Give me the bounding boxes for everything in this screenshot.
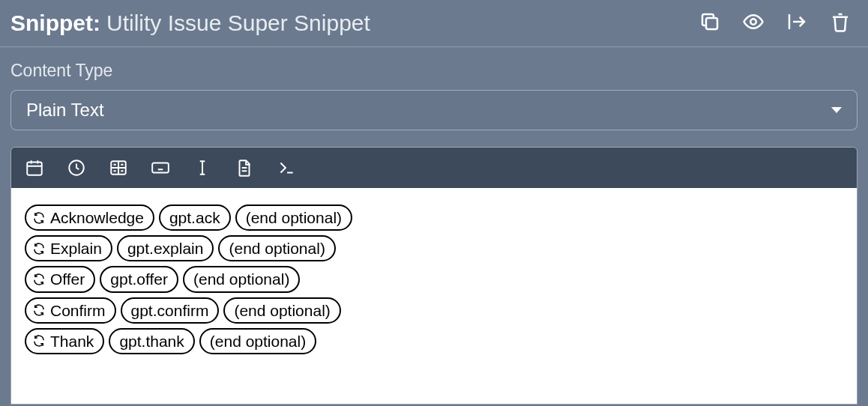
content-type-section: Content Type Plain Text — [0, 47, 868, 130]
refresh-icon — [32, 211, 46, 225]
editor-content[interactable]: Acknowledge gpt.ack (end optional) Expla… — [11, 188, 857, 404]
optional-end-pill[interactable]: (end optional) — [235, 204, 352, 231]
chevron-down-icon — [831, 107, 842, 113]
copy-icon[interactable] — [699, 10, 721, 36]
header: Snippet: Utility Issue Super Snippet — [0, 0, 868, 47]
optional-end-pill[interactable]: (end optional) — [183, 266, 300, 292]
terminal-icon[interactable] — [277, 158, 296, 178]
svg-point-1 — [750, 19, 756, 25]
refresh-icon — [32, 334, 46, 348]
title-name: Utility Issue Super Snippet — [106, 10, 370, 36]
pill-label: Confirm — [50, 301, 106, 320]
trash-icon[interactable] — [829, 10, 852, 36]
refresh-icon — [32, 303, 46, 317]
pill-label: (end optional) — [193, 270, 289, 288]
content-type-label: Content Type — [10, 61, 858, 81]
snippet-row: Thank gpt.thank (end optional) — [25, 328, 843, 354]
content-type-select[interactable]: Plain Text — [10, 90, 858, 130]
optional-end-pill[interactable]: (end optional) — [199, 328, 316, 354]
snippet-row: Offer gpt.offer (end optional) — [25, 266, 843, 292]
optional-end-pill[interactable]: (end optional) — [218, 235, 335, 261]
editor-panel: Acknowledge gpt.ack (end optional) Expla… — [10, 147, 858, 405]
snippet-row: Confirm gpt.confirm (end optional) — [25, 297, 843, 324]
snippet-row: Acknowledge gpt.ack (end optional) — [25, 204, 843, 231]
pill-label: Offer — [50, 270, 85, 288]
optional-start-pill[interactable]: Thank — [25, 328, 104, 354]
header-actions — [699, 10, 852, 36]
cursor-icon[interactable] — [193, 158, 212, 178]
pill-label: (end optional) — [246, 208, 342, 227]
pill-label: (end optional) — [234, 301, 330, 320]
optional-start-pill[interactable]: Acknowledge — [25, 204, 154, 231]
optional-start-pill[interactable]: Offer — [25, 266, 95, 292]
svg-rect-5 — [152, 163, 169, 173]
variable-pill[interactable]: gpt.confirm — [121, 297, 220, 324]
page-title: Snippet: Utility Issue Super Snippet — [10, 10, 370, 36]
pill-label: Acknowledge — [50, 208, 144, 227]
export-icon[interactable] — [786, 10, 808, 36]
title-prefix: Snippet: — [10, 10, 100, 36]
editor-toolbar — [11, 148, 857, 188]
pill-label: gpt.ack — [169, 208, 220, 227]
variable-pill[interactable]: gpt.explain — [117, 235, 214, 261]
variable-pill[interactable]: gpt.offer — [100, 266, 178, 292]
pill-label: Thank — [50, 332, 94, 351]
pill-label: gpt.explain — [127, 239, 204, 258]
optional-start-pill[interactable]: Explain — [25, 235, 112, 261]
form-icon[interactable] — [109, 158, 128, 178]
refresh-icon — [32, 273, 46, 286]
pill-label: gpt.confirm — [131, 301, 209, 320]
pill-label: gpt.offer — [110, 270, 168, 288]
pill-label: Explain — [50, 239, 102, 258]
variable-pill[interactable]: gpt.thank — [109, 328, 194, 354]
optional-start-pill[interactable]: Confirm — [25, 297, 116, 324]
keyboard-icon[interactable] — [151, 158, 170, 178]
snippet-row: Explain gpt.explain (end optional) — [25, 235, 843, 261]
clock-icon[interactable] — [67, 158, 86, 178]
calendar-icon[interactable] — [25, 158, 44, 178]
optional-end-pill[interactable]: (end optional) — [223, 297, 340, 324]
pill-label: (end optional) — [210, 332, 306, 351]
document-icon[interactable] — [235, 158, 254, 178]
pill-label: (end optional) — [229, 239, 325, 258]
pill-label: gpt.thank — [119, 332, 184, 351]
variable-pill[interactable]: gpt.ack — [159, 204, 231, 231]
eye-icon[interactable] — [742, 10, 765, 36]
svg-rect-2 — [27, 162, 42, 175]
refresh-icon — [32, 242, 46, 255]
content-type-value: Plain Text — [26, 100, 104, 121]
svg-rect-0 — [706, 18, 717, 29]
